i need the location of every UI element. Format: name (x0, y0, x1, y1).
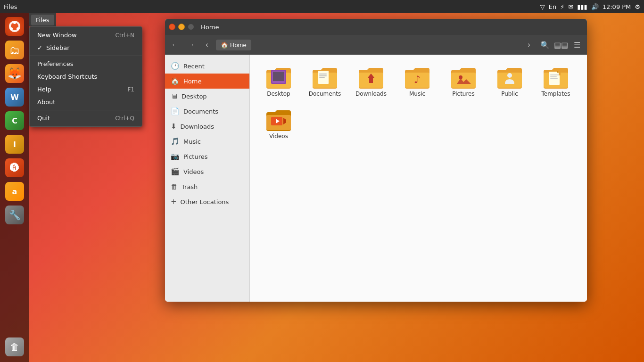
new-window-label: New Window (37, 32, 77, 39)
separator-2 (30, 110, 142, 110)
files-menu-item[interactable]: Files (31, 15, 54, 25)
sidebar-label: Sidebar (46, 44, 70, 51)
help-shortcut: F1 (127, 86, 134, 93)
about-label: About (37, 99, 55, 106)
menu-keyboard-shortcuts[interactable]: Keyboard Shortcuts (30, 70, 142, 83)
menu-overlay: Files New Window Ctrl+N ✓ Sidebar Prefer… (0, 0, 644, 362)
menu-about[interactable]: About (30, 96, 142, 108)
quit-shortcut: Ctrl+Q (115, 115, 134, 122)
menu-quit[interactable]: Quit Ctrl+Q (30, 112, 142, 124)
new-window-shortcut: Ctrl+N (116, 32, 134, 39)
menu-new-window[interactable]: New Window Ctrl+N (30, 29, 142, 41)
sidebar-check: ✓ (37, 44, 42, 51)
menu-help[interactable]: Help F1 (30, 83, 142, 96)
menu-preferences[interactable]: Preferences (30, 58, 142, 70)
help-label: Help (37, 86, 51, 93)
keyboard-shortcuts-label: Keyboard Shortcuts (37, 73, 97, 80)
separator-1 (30, 56, 142, 56)
preferences-label: Preferences (37, 60, 73, 67)
menu-sidebar[interactable]: ✓ Sidebar (30, 41, 142, 54)
dropdown-menu: New Window Ctrl+N ✓ Sidebar Preferences … (29, 26, 142, 127)
menubar: Files (29, 13, 56, 26)
quit-label: Quit (37, 115, 50, 122)
